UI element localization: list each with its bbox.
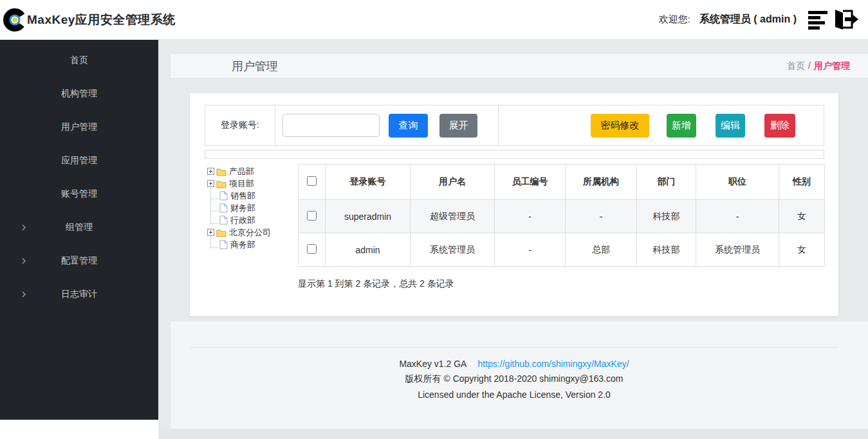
- cell-user-name: 超级管理员: [411, 200, 495, 233]
- column-header: 部门: [637, 165, 696, 200]
- table-row[interactable]: superadmin 超级管理员 - - 科技部 - 女: [299, 200, 825, 233]
- sidebar-item-label: 应用管理: [61, 155, 97, 166]
- sidebar-item-account-management[interactable]: 账号管理: [0, 177, 158, 211]
- cell-employee-no: -: [495, 233, 566, 267]
- column-header: 所属机构: [566, 165, 637, 200]
- sidebar-item-label: 用户管理: [61, 121, 97, 133]
- login-account-input[interactable]: [282, 114, 380, 137]
- file-icon: [219, 191, 228, 201]
- change-password-button[interactable]: 密码修改: [591, 114, 649, 138]
- cell-department: 科技部: [637, 200, 696, 233]
- file-icon: [219, 240, 228, 249]
- chevron-right-icon: [21, 291, 27, 298]
- expand-button[interactable]: 展开: [439, 114, 477, 138]
- cell-organization: 总部: [566, 233, 637, 267]
- tree-node-finance-dept[interactable]: 财务部: [207, 202, 297, 214]
- cell-department: 科技部: [637, 233, 696, 267]
- tree-node-label: 销售部: [230, 190, 255, 202]
- sidebar-item-config-management[interactable]: 配置管理: [0, 244, 158, 278]
- cell-login-account: superadmin: [326, 200, 411, 233]
- sidebar-item-audit-log[interactable]: 日志审计: [0, 278, 158, 311]
- footer-divider: [190, 347, 838, 348]
- row-select-cell: [299, 200, 326, 233]
- footer-version: MaxKey v1.2 GA: [399, 359, 466, 369]
- sidebar-item-label: 日志审计: [61, 289, 97, 300]
- column-header: 登录账号: [326, 165, 411, 200]
- footer-text: MaxKey v1.2 GA https://github.com/shimin…: [190, 359, 838, 404]
- sidebar-item-app-management[interactable]: 应用管理: [0, 144, 158, 177]
- tree-node-product-dept[interactable]: 产品部: [207, 165, 297, 177]
- tree-node-label: 项目部: [229, 178, 254, 190]
- column-header: 职位: [696, 165, 779, 200]
- plus-square-icon[interactable]: [207, 180, 214, 187]
- main-content: 用户管理 首页/用户管理 登录账号: 查询 展开 密码修改 新增 编辑 删除: [158, 40, 868, 439]
- cell-organization: -: [566, 200, 637, 233]
- cell-employee-no: -: [495, 200, 566, 233]
- folder-icon: [216, 167, 226, 176]
- edit-button[interactable]: 编辑: [716, 114, 745, 138]
- tree-node-beijing-branch[interactable]: 北京分公司: [207, 226, 297, 238]
- sidebar-item-label: 配置管理: [61, 255, 97, 267]
- page-title: 用户管理: [232, 58, 278, 74]
- org-tree: 产品部 项目部 销售部: [207, 165, 297, 251]
- sidebar-item-label: 首页: [70, 55, 88, 66]
- sidebar-item-group-management[interactable]: 组管理: [0, 211, 158, 244]
- row-checkbox[interactable]: [307, 244, 317, 254]
- plus-square-icon[interactable]: [207, 229, 214, 236]
- breadcrumb-home-link[interactable]: 首页: [787, 60, 805, 71]
- select-all-cell: [299, 165, 326, 200]
- tree-node-sales-dept[interactable]: 销售部: [207, 190, 297, 202]
- add-button[interactable]: 新增: [667, 114, 696, 138]
- table-row[interactable]: admin 系统管理员 - 总部 科技部 系统管理员 女: [299, 233, 825, 267]
- breadcrumb-separator: /: [808, 60, 811, 71]
- content-card: 登录账号: 查询 展开 密码修改 新增 编辑 删除: [190, 93, 838, 316]
- delete-button[interactable]: 删除: [764, 114, 795, 138]
- cell-login-account: admin: [326, 233, 411, 267]
- search-field-area: 查询 展开: [275, 105, 499, 145]
- select-all-checkbox[interactable]: [307, 176, 317, 186]
- bottom-strip: [158, 429, 868, 439]
- breadcrumb: 首页/用户管理: [787, 60, 850, 72]
- cell-gender: 女: [779, 233, 825, 267]
- tree-node-label: 行政部: [230, 215, 255, 226]
- app-title: MaxKey应用安全管理系统: [27, 12, 176, 28]
- plus-square-icon[interactable]: [207, 168, 214, 175]
- sidebar-item-user-management[interactable]: 用户管理: [0, 111, 158, 144]
- row-select-cell: [299, 233, 326, 267]
- sidebar-item-org-management[interactable]: 机构管理: [0, 77, 158, 111]
- tree-node-business-dept[interactable]: 商务部: [207, 238, 297, 251]
- tree-node-label: 商务部: [230, 239, 255, 251]
- action-buttons: 密码修改 新增 编辑 删除: [499, 105, 824, 145]
- table-toolbar-strip: [205, 150, 824, 159]
- sidebar-nav: 首页 机构管理 用户管理 应用管理 账号管理 组管理 配置管理: [0, 40, 158, 420]
- menu-icon[interactable]: [808, 9, 829, 31]
- tree-node-label: 北京分公司: [229, 227, 271, 238]
- cell-user-name: 系统管理员: [411, 233, 495, 267]
- file-icon: [219, 215, 228, 225]
- current-user: 系统管理员 ( admin ): [699, 13, 797, 26]
- sidebar-item-label: 组管理: [66, 222, 93, 233]
- tree-connector: [210, 212, 218, 224]
- query-button[interactable]: 查询: [389, 114, 428, 138]
- column-header: 员工编号: [495, 165, 566, 200]
- sidebar-item-label: 机构管理: [61, 88, 97, 100]
- tree-connector: [210, 200, 218, 211]
- tree-node-project-dept[interactable]: 项目部: [207, 177, 297, 190]
- header-right: 欢迎您: 系统管理员 ( admin ): [659, 8, 868, 31]
- tree-connector: [210, 237, 218, 248]
- folder-icon: [216, 179, 226, 188]
- search-toolbar: 登录账号: 查询 展开 密码修改 新增 编辑 删除: [205, 105, 824, 146]
- welcome-label: 欢迎您:: [659, 13, 690, 26]
- cell-position: 系统管理员: [696, 233, 779, 267]
- login-account-label: 登录账号:: [205, 105, 275, 145]
- sidebar-item-home[interactable]: 首页: [0, 44, 158, 77]
- logout-icon[interactable]: [832, 8, 859, 31]
- row-checkbox[interactable]: [307, 211, 317, 220]
- tree-node-admin-dept[interactable]: 行政部: [207, 214, 297, 226]
- cell-gender: 女: [779, 200, 825, 233]
- tree-node-label: 财务部: [230, 202, 255, 214]
- column-header: 用户名: [411, 165, 495, 200]
- users-table: 登录账号 用户名 员工编号 所属机构 部门 职位 性别 superad: [298, 164, 825, 267]
- cell-position: -: [696, 200, 779, 233]
- footer-github-link[interactable]: https://github.com/shimingxy/MaxKey/: [478, 359, 629, 369]
